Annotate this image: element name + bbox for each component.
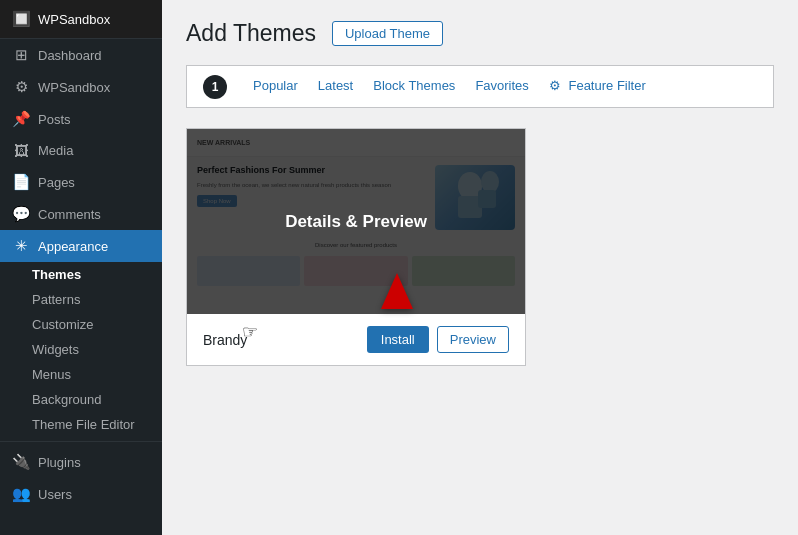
appearance-icon: ✳ [12, 237, 30, 255]
sidebar-item-theme-file-editor[interactable]: Theme File Editor [0, 412, 162, 437]
sidebar-item-appearance[interactable]: ✳ Appearance [0, 230, 162, 262]
sidebar-item-customize[interactable]: Customize [0, 312, 162, 337]
wp-icon: 🔲 [12, 10, 30, 28]
sidebar-item-wpsandbox[interactable]: ⚙ WPSandbox [0, 71, 162, 103]
pages-icon: 📄 [12, 173, 30, 191]
sidebar-item-posts[interactable]: 📌 Posts [0, 103, 162, 135]
sidebar-item-label: Users [38, 487, 72, 502]
sidebar-item-label: Plugins [38, 455, 81, 470]
sidebar-item-plugins[interactable]: 🔌 Plugins [0, 446, 162, 478]
main-content: Add Themes Upload Theme 1 Popular Latest… [162, 0, 798, 535]
sidebar-item-widgets[interactable]: Widgets [0, 337, 162, 362]
sidebar-item-comments[interactable]: 💬 Comments [0, 198, 162, 230]
sidebar-item-themes[interactable]: Themes [0, 262, 162, 287]
sidebar-item-dashboard[interactable]: ⊞ Dashboard [0, 39, 162, 71]
sidebar-item-label: Media [38, 143, 73, 158]
sidebar-item-patterns[interactable]: Patterns [0, 287, 162, 312]
sidebar-logo-text: WPSandbox [38, 12, 110, 27]
dashboard-icon: ⊞ [12, 46, 30, 64]
page-header: Add Themes Upload Theme [186, 20, 774, 47]
sidebar-item-label: WPSandbox [38, 80, 110, 95]
sidebar-item-label: Pages [38, 175, 75, 190]
upload-theme-button[interactable]: Upload Theme [332, 21, 443, 46]
sidebar-item-media[interactable]: 🖼 Media [0, 135, 162, 166]
tab-favorites[interactable]: Favorites [465, 66, 538, 107]
tab-popular[interactable]: Popular [243, 66, 308, 107]
themes-grid: NEW ARRIVALS Perfect Fashions For Summer… [186, 108, 774, 386]
sidebar-item-label: Comments [38, 207, 101, 222]
sidebar-item-label: Dashboard [38, 48, 102, 63]
users-icon: 👥 [12, 485, 30, 503]
tab-latest[interactable]: Latest [308, 66, 363, 107]
sidebar-item-background[interactable]: Background [0, 387, 162, 412]
media-icon: 🖼 [12, 142, 30, 159]
sidebar-item-label: Posts [38, 112, 71, 127]
theme-name: Brandy [203, 332, 247, 348]
overlay-text: Details & Preview [285, 212, 427, 232]
theme-overlay: Details & Preview [187, 129, 525, 314]
sidebar-logo[interactable]: 🔲 WPSandbox [0, 0, 162, 39]
tab-feature-filter-label: Feature Filter [568, 78, 645, 93]
theme-footer: Brandy Install Preview [187, 314, 525, 365]
theme-tabs: 1 Popular Latest Block Themes Favorites … [186, 65, 774, 108]
tab-count-badge: 1 [203, 75, 227, 99]
sidebar-divider [0, 441, 162, 442]
comments-icon: 💬 [12, 205, 30, 223]
tab-feature-filter[interactable]: ⚙ Feature Filter [539, 66, 656, 107]
sidebar-item-menus[interactable]: Menus [0, 362, 162, 387]
appearance-submenu: Themes Patterns Customize Widgets Menus … [0, 262, 162, 437]
sidebar-item-pages[interactable]: 📄 Pages [0, 166, 162, 198]
preview-button[interactable]: Preview [437, 326, 509, 353]
sidebar: 🔲 WPSandbox ⊞ Dashboard ⚙ WPSandbox 📌 Po… [0, 0, 162, 535]
install-button[interactable]: Install [367, 326, 429, 353]
plugins-icon: 🔌 [12, 453, 30, 471]
wpsandbox-icon: ⚙ [12, 78, 30, 96]
tab-block-themes[interactable]: Block Themes [363, 66, 465, 107]
sidebar-item-users[interactable]: 👥 Users [0, 478, 162, 510]
gear-icon: ⚙ [549, 78, 561, 93]
content-area: Add Themes Upload Theme 1 Popular Latest… [162, 0, 798, 535]
page-title: Add Themes [186, 20, 316, 47]
posts-icon: 📌 [12, 110, 30, 128]
theme-actions: Install Preview [367, 326, 509, 353]
theme-preview: NEW ARRIVALS Perfect Fashions For Summer… [187, 129, 525, 314]
sidebar-item-label: Appearance [38, 239, 108, 254]
theme-card-brandy[interactable]: NEW ARRIVALS Perfect Fashions For Summer… [186, 128, 526, 366]
